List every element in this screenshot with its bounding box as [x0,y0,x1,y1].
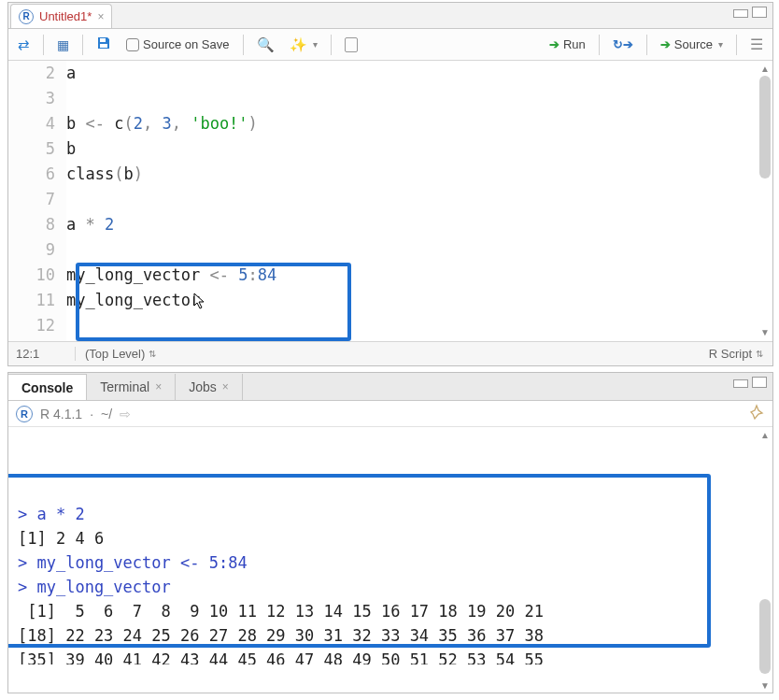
floppy-icon [96,36,111,54]
close-jobs-icon[interactable]: × [222,380,229,393]
run-label: Run [563,37,586,51]
line-number: 9 [8,237,55,263]
source-on-save-checkbox[interactable]: Source on Save [122,36,234,53]
line-number: 2 [8,61,55,86]
scroll-up-icon[interactable]: ▲ [758,427,772,442]
rerun-icon: ↻➔ [613,37,633,51]
editor-window-controls [733,7,767,18]
close-terminal-icon[interactable]: × [155,380,162,393]
scroll-down-icon[interactable]: ▼ [758,324,772,339]
clear-console-button[interactable] [748,404,765,424]
maximize-icon[interactable] [752,377,767,388]
rerun-button[interactable]: ↻➔ [609,36,637,53]
svg-rect-1 [100,44,107,48]
close-tab-icon[interactable]: × [97,10,104,23]
nav-arrows-icon: ⇄ [18,36,30,53]
tab-terminal-label: Terminal [100,379,149,394]
minimize-icon[interactable] [733,379,748,388]
source-button[interactable]: ➔ Source ▾ [657,36,727,53]
tab-terminal[interactable]: Terminal × [87,374,176,400]
code-line[interactable]: b [66,136,772,162]
console-input-line: > my_long_vector [18,575,763,599]
compile-report-button[interactable] [341,36,361,54]
code-line[interactable]: b <- c(2, 3, 'boo!') [66,111,772,136]
line-number: 7 [8,187,55,212]
console-window-controls [733,377,767,388]
console-input-line: > a * 2 [18,502,763,526]
editor-tab-untitled1[interactable]: R Untitled1* × [10,4,112,28]
code-line[interactable] [66,313,772,338]
go-to-dir-icon[interactable]: ⇨ [120,407,131,421]
console-pane: Console Terminal × Jobs × R R 4.1.1 · ~/… [7,372,773,693]
scroll-up-icon[interactable]: ▲ [758,61,772,76]
editor-scrollbar[interactable]: ▲ ▼ [758,61,772,339]
run-arrow-icon: ➔ [549,37,559,51]
line-number: 6 [8,162,55,187]
code-line[interactable]: my_long_vector [66,288,772,313]
magnifier-icon: 🔍 [257,36,275,53]
r-version-label: R 4.1.1 [40,407,82,421]
minimize-icon[interactable] [733,9,748,18]
code-line[interactable] [66,86,772,111]
console-output-line: [1] 5 6 7 8 9 10 11 12 13 14 15 16 17 18… [18,599,763,623]
language-selector[interactable]: R Script ⇅ [709,347,772,361]
code-text[interactable]: a b <- c(2, 3, 'boo!')bclass(b) a * 2 my… [66,61,772,341]
code-line[interactable] [66,187,772,212]
scroll-thumb[interactable] [759,599,771,674]
checkbox-icon [126,38,139,51]
line-number: 10 [8,263,55,288]
editor-statusbar: 12:1 (Top Level) ⇅ R Script ⇅ [8,341,772,365]
editor-tab-filename: Untitled1* [39,9,92,23]
console-output-line: [18] 22 23 24 25 26 27 28 29 30 31 32 33… [18,623,763,648]
popout-icon: ▦ [57,37,69,52]
console-tabstrip: Console Terminal × Jobs × [8,373,772,401]
editor-toolbar: ⇄ ▦ Source on Save 🔍 ✨ ▾ ➔ [8,29,772,61]
cursor-position: 12:1 [8,347,76,361]
sort-icon: ⇅ [149,349,156,359]
r-separator: · [90,407,93,421]
outline-button[interactable]: ☰ [746,34,767,55]
tab-jobs[interactable]: Jobs × [176,374,243,400]
console-output[interactable]: > a * 2[1] 2 4 6> my_long_vector <- 5:84… [8,427,772,664]
line-number: 5 [8,136,55,162]
code-tools-button[interactable]: ✨ ▾ [286,35,321,55]
save-button[interactable] [92,34,115,56]
console-input-line: > my_long_vector <- 5:84 [18,550,763,575]
console-output-line: [35] 39 40 41 42 43 44 45 46 47 48 49 50… [18,648,763,664]
source-editor-pane: R Untitled1* × ⇄ ▦ Source on Save 🔍 [7,2,773,366]
code-line[interactable]: class(b) [66,162,772,187]
code-line[interactable]: a [66,61,772,86]
run-button[interactable]: ➔ Run [545,36,589,53]
line-number-gutter: 23456789101112 [8,61,66,341]
console-scrollbar[interactable]: ▲ ▼ [758,427,772,693]
show-in-new-window-button[interactable]: ▦ [53,36,73,54]
line-number: 4 [8,111,55,136]
scope-selector[interactable]: (Top Level) ⇅ [76,347,165,361]
line-number: 3 [8,86,55,111]
line-number: 11 [8,288,55,313]
chevron-down-icon: ▾ [718,39,723,50]
maximize-icon[interactable] [752,7,767,18]
code-line[interactable] [66,237,772,263]
code-line[interactable]: a * 2 [66,212,772,237]
find-replace-button[interactable]: 🔍 [253,35,278,55]
working-dir-label: ~/ [101,407,112,421]
chevron-down-icon: ▾ [313,39,318,50]
svg-rect-0 [100,38,106,42]
line-number: 8 [8,212,55,237]
source-on-save-label: Source on Save [143,37,230,51]
scroll-down-icon[interactable]: ▼ [758,678,772,693]
console-header: R R 4.1.1 · ~/ ⇨ [8,401,772,427]
code-editor[interactable]: 23456789101112 a b <- c(2, 3, 'boo!')bcl… [8,61,772,341]
sort-icon: ⇅ [756,349,763,359]
scope-label: (Top Level) [85,347,145,361]
outline-icon: ☰ [750,36,763,53]
code-line[interactable]: my_long_vector <- 5:84 [66,263,772,288]
source-arrow-icon: ➔ [660,37,671,51]
wand-icon: ✨ [290,36,307,53]
language-label: R Script [709,347,752,361]
tab-console[interactable]: Console [8,374,87,400]
scroll-thumb[interactable] [759,76,771,179]
tab-console-label: Console [21,380,73,395]
back-forward-button[interactable]: ⇄ [14,35,34,55]
